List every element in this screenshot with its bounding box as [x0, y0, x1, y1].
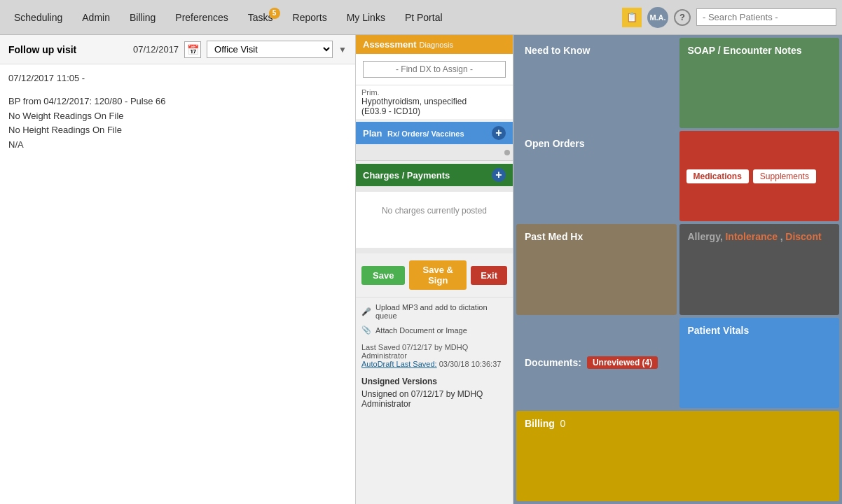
note-line-weight: No Weight Readings On File: [8, 109, 347, 124]
nav-tasks[interactable]: Tasks 5: [240, 8, 282, 27]
upload-mp3-label: Upload MP3 and add to dictation queue: [375, 303, 507, 320]
documents-label: Documents:: [525, 357, 581, 368]
plan-section: Plan Rx/ Orders/ Vaccines +: [356, 119, 513, 161]
note-line-height: No Height Readings On File: [8, 123, 347, 138]
paperclip-icon: 📎: [361, 326, 371, 335]
dropdown-arrow-icon: ▼: [338, 45, 347, 55]
charges-header: Charges / Payments +: [356, 164, 513, 186]
task-count-badge: 5: [269, 8, 280, 19]
allergy-card[interactable]: Allergy, Intolerance , Discont: [679, 224, 840, 314]
user-avatar[interactable]: M.A.: [647, 7, 668, 28]
medications-card: Medications Supplements: [679, 131, 840, 221]
need-to-know-card[interactable]: Need to Know: [516, 38, 677, 128]
last-saved-text: Last Saved 07/12/17 by MDHQ Administrato…: [361, 343, 507, 360]
upload-mp3-row[interactable]: 🎤 Upload MP3 and add to dictation queue: [361, 302, 507, 321]
documents-card[interactable]: Documents: Unreviewed (4): [516, 318, 677, 408]
auto-draft-link[interactable]: AutoDraft Last Saved:: [361, 360, 437, 368]
visit-title: Follow up visit: [8, 44, 127, 55]
soap-card[interactable]: SOAP / Encounter Notes: [679, 38, 840, 128]
soap-label: SOAP / Encounter Notes: [688, 45, 802, 56]
clinical-forms-panel: Assessment Diagnosis Prim. Hypothyroidis…: [356, 35, 513, 504]
top-navigation: Scheduling Admin Billing Preferences Tas…: [0, 0, 842, 35]
patient-vitals-card[interactable]: Patient Vitals: [679, 318, 840, 408]
past-med-hx-label: Past Med Hx: [525, 231, 583, 242]
nav-billing[interactable]: Billing: [121, 8, 164, 27]
allergy-comma: ,: [780, 231, 783, 242]
help-button[interactable]: ?: [674, 9, 691, 26]
right-panel: Need to Know SOAP / Encounter Notes Open…: [513, 35, 842, 504]
visit-type-select[interactable]: Office Visit: [207, 41, 333, 58]
nav-admin[interactable]: Admin: [74, 8, 118, 27]
visit-date: 07/12/2017: [133, 44, 179, 55]
action-buttons-row: Save Save & Sign Exit: [356, 253, 513, 297]
nav-reports[interactable]: Reports: [284, 8, 336, 27]
assessment-label: Assessment: [363, 39, 417, 50]
visit-notes-area[interactable]: 07/12/2017 11:05 - BP from 04/12/2017: 1…: [0, 64, 355, 504]
patient-vitals-label: Patient Vitals: [688, 325, 750, 336]
user-initials: M.A.: [649, 13, 665, 22]
nav-mylinks[interactable]: My Links: [338, 8, 394, 27]
billing-label: Billing: [525, 418, 555, 429]
calendar-button[interactable]: 📅: [184, 41, 201, 58]
dx-diagnosis: Hypothyroidism, unspecified: [361, 97, 507, 106]
need-to-know-label: Need to Know: [525, 45, 590, 56]
open-orders-label: Open Orders: [525, 138, 585, 149]
nav-ptportal[interactable]: Pt Portal: [396, 8, 451, 27]
charges-label: Charges / Payments: [363, 170, 450, 181]
dx-item: Prim. Hypothyroidism, unspecified (E03.9…: [356, 85, 513, 119]
notes-icon[interactable]: 📋: [622, 8, 642, 27]
plan-header: Plan Rx/ Orders/ Vaccines +: [356, 122, 513, 144]
supplements-button[interactable]: Supplements: [753, 169, 816, 183]
unreviewed-badge: Unreviewed (4): [587, 356, 658, 369]
plan-label-wrapper: Plan Rx/ Orders/ Vaccines: [363, 128, 464, 139]
search-input[interactable]: [696, 8, 836, 26]
save-sign-button[interactable]: Save & Sign: [409, 260, 467, 290]
auto-draft-row: AutoDraft Last Saved: 03/30/18 10:36:37: [361, 360, 507, 368]
charges-empty-message: No charges currently posted: [356, 192, 513, 248]
attach-doc-label: Attach Document or Image: [375, 326, 467, 335]
allergy-label: Allergy,: [688, 231, 723, 242]
charges-section: Charges / Payments + No charges currentl…: [356, 161, 513, 253]
save-info-area: Last Saved 07/12/17 by MDHQ Administrato…: [356, 340, 513, 371]
nav-preferences[interactable]: Preferences: [167, 8, 236, 27]
plan-sub-label: Rx/ Orders/ Vaccines: [387, 130, 464, 138]
dx-prim-label: Prim.: [361, 88, 507, 97]
save-button[interactable]: Save: [361, 266, 405, 285]
medications-button[interactable]: Medications: [686, 169, 749, 183]
unsigned-text: Unsigned on 07/12/17 by MDHQ Administrat…: [361, 389, 507, 409]
attach-doc-row[interactable]: 📎 Attach Document or Image: [361, 324, 507, 336]
past-med-hx-card[interactable]: Past Med Hx: [516, 224, 677, 314]
unsigned-versions-section: Unsigned Versions Unsigned on 07/12/17 b…: [356, 371, 513, 414]
note-line-bp: BP from 04/12/2017: 120/80 - Pulse 66: [8, 94, 347, 109]
extra-actions-area: 🎤 Upload MP3 and add to dictation queue …: [356, 297, 513, 340]
note-timestamp: 07/12/2017 11:05 -: [8, 71, 347, 86]
intolerance-label: Intolerance: [725, 231, 778, 242]
charges-add-button[interactable]: +: [492, 168, 506, 182]
nav-scheduling[interactable]: Scheduling: [6, 8, 71, 27]
open-orders-card[interactable]: Open Orders: [516, 131, 677, 221]
billing-card[interactable]: Billing 0: [516, 411, 839, 501]
find-dx-input[interactable]: [363, 61, 506, 78]
discount-label: Discont: [785, 231, 821, 242]
plan-add-button[interactable]: +: [492, 126, 506, 140]
plan-scroll-indicator: [504, 150, 510, 155]
visit-notes-panel: Follow up visit 07/12/2017 📅 Office Visi…: [0, 35, 356, 504]
exit-button[interactable]: Exit: [471, 266, 507, 285]
note-line-na: N/A: [8, 138, 347, 153]
plan-label: Plan: [363, 128, 382, 139]
unsigned-title: Unsigned Versions: [361, 377, 507, 386]
billing-count: 0: [560, 418, 565, 429]
visit-header: Follow up visit 07/12/2017 📅 Office Visi…: [0, 35, 355, 64]
microphone-icon: 🎤: [361, 307, 371, 316]
auto-draft-date: 03/30/18 10:36:37: [439, 360, 502, 368]
assessment-sub-label: Diagnosis: [420, 41, 453, 49]
dx-icd-code: (E03.9 - ICD10): [361, 106, 507, 116]
assessment-header: Assessment Diagnosis: [356, 35, 513, 54]
assessment-section: Assessment Diagnosis Prim. Hypothyroidis…: [356, 35, 513, 119]
